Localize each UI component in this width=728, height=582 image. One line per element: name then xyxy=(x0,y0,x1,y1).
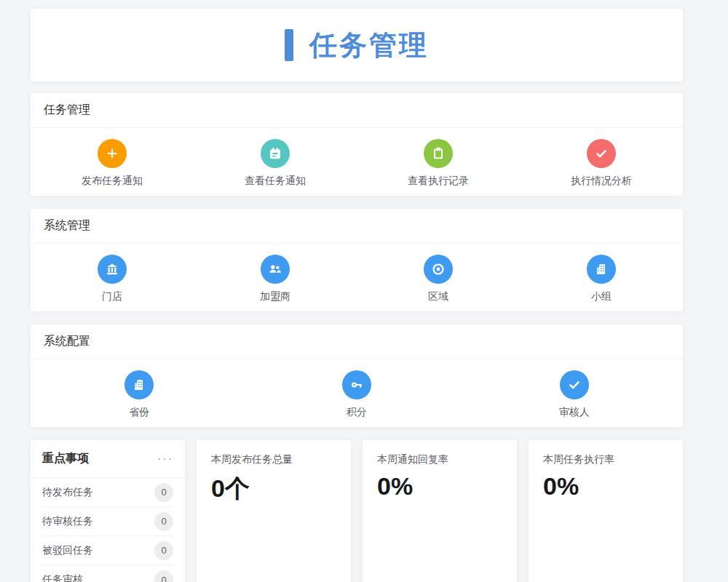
action-label: 省份 xyxy=(129,406,149,419)
action-label: 门店 xyxy=(102,290,122,303)
action-label: 区域 xyxy=(428,290,448,303)
clipboard-icon xyxy=(424,139,453,168)
plus-icon xyxy=(98,139,127,168)
key-row-pending-publish[interactable]: 待发布任务 0 xyxy=(42,478,173,507)
key-icon xyxy=(342,370,371,399)
action-view-task-notice[interactable]: 查看任务通知 xyxy=(194,136,357,188)
people-icon xyxy=(261,255,290,284)
action-region[interactable]: 区域 xyxy=(357,252,520,303)
action-points[interactable]: 积分 xyxy=(248,367,466,419)
action-label: 小组 xyxy=(591,290,612,303)
action-view-execution-records[interactable]: 查看执行记录 xyxy=(357,136,520,188)
action-label: 积分 xyxy=(347,406,367,419)
section-system-management-header: 系统管理 xyxy=(31,209,683,244)
key-items-card: 重点事项 ··· 待发布任务 0 待审核任务 0 被驳回任务 0 任务审核 xyxy=(31,440,185,582)
stat-value: 0% xyxy=(543,472,668,501)
count-badge: 0 xyxy=(154,570,173,582)
action-province[interactable]: 省份 xyxy=(31,367,248,419)
action-label: 审核人 xyxy=(559,406,590,419)
action-label: 执行情况分析 xyxy=(571,175,632,188)
stat-card-weekly-published: 本周发布任务总量 0个 xyxy=(197,440,351,582)
section-system-management: 系统管理 门店 xyxy=(31,209,683,311)
check-icon xyxy=(560,370,589,399)
stat-value: 0个 xyxy=(211,472,336,506)
section-system-config-header: 系统配置 xyxy=(31,324,683,359)
bank-icon xyxy=(98,255,127,284)
section-title: 系统管理 xyxy=(44,218,90,234)
action-label: 发布任务通知 xyxy=(82,175,143,188)
key-items-title: 重点事项 xyxy=(42,451,89,466)
key-row-pending-review[interactable]: 待审核任务 0 xyxy=(42,507,173,536)
target-icon xyxy=(424,255,453,284)
page-title-banner: 任务管理 xyxy=(31,9,683,81)
stat-card-weekly-reply-rate: 本周通知回复率 0% xyxy=(363,440,517,582)
building-icon xyxy=(124,370,154,399)
action-label: 查看任务通知 xyxy=(245,175,306,188)
more-menu-icon[interactable]: ··· xyxy=(157,453,173,466)
building-icon xyxy=(587,255,616,284)
stat-value: 0% xyxy=(377,472,502,501)
count-badge: 0 xyxy=(154,483,173,502)
action-reviewer[interactable]: 审核人 xyxy=(465,367,683,419)
section-system-config-body: 省份 积分 xyxy=(31,359,683,427)
stat-card-weekly-execution-rate: 本周任务执行率 0% xyxy=(529,440,683,582)
bottom-cards-row: 重点事项 ··· 待发布任务 0 待审核任务 0 被驳回任务 0 任务审核 xyxy=(31,440,683,582)
stat-label: 本周通知回复率 xyxy=(377,453,502,466)
key-row-label: 待审核任务 xyxy=(42,515,93,528)
key-row-rejected[interactable]: 被驳回任务 0 xyxy=(42,536,173,565)
section-system-management-body: 门店 加盟商 xyxy=(31,244,683,311)
task-management-page: 任务管理 任务管理 发布任务通知 xyxy=(0,0,728,582)
check-icon xyxy=(587,139,616,168)
section-title: 任务管理 xyxy=(44,103,90,118)
section-task-management: 任务管理 发布任务通知 xyxy=(31,93,683,196)
title-accent-bar xyxy=(285,29,293,61)
stat-label: 本周发布任务总量 xyxy=(211,453,336,466)
key-items-header: 重点事项 ··· xyxy=(31,440,185,478)
key-row-task-review[interactable]: 任务审核 0 xyxy=(42,565,173,582)
action-publish-task-notice[interactable]: 发布任务通知 xyxy=(31,136,194,188)
key-row-label: 被驳回任务 xyxy=(42,544,93,557)
section-title: 系统配置 xyxy=(44,334,90,349)
count-badge: 0 xyxy=(154,512,173,531)
action-store[interactable]: 门店 xyxy=(31,252,194,303)
action-label: 加盟商 xyxy=(260,290,290,303)
count-badge: 0 xyxy=(154,541,173,560)
calendar-icon xyxy=(261,139,290,168)
key-row-label: 任务审核 xyxy=(42,573,83,582)
key-row-label: 待发布任务 xyxy=(42,486,93,499)
stat-label: 本周任务执行率 xyxy=(543,453,668,466)
page-title: 任务管理 xyxy=(309,27,429,64)
action-execution-analysis[interactable]: 执行情况分析 xyxy=(520,136,683,188)
section-system-config: 系统配置 xyxy=(31,324,683,427)
action-label: 查看执行记录 xyxy=(408,175,469,188)
section-task-management-body: 发布任务通知 查看任务通知 xyxy=(31,128,683,196)
section-task-management-header: 任务管理 xyxy=(31,93,683,128)
action-group[interactable]: 小组 xyxy=(520,252,683,303)
action-franchisee[interactable]: 加盟商 xyxy=(194,252,357,303)
